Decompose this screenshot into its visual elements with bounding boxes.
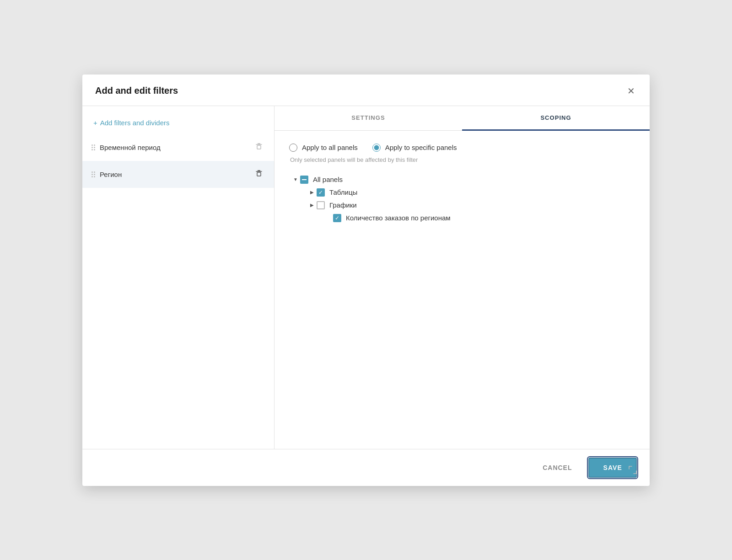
close-button[interactable]: ✕ [625, 85, 637, 97]
plus-icon: + [93, 119, 97, 127]
add-filters-button[interactable]: + Add filters and dividers [82, 115, 181, 134]
checkbox-tablitsy[interactable]: ✓ [317, 188, 325, 197]
svg-rect-5 [257, 172, 261, 176]
filter-item-1[interactable]: Временной период [82, 134, 274, 161]
radio-all-panels-input[interactable] [289, 144, 297, 152]
tree-row-tablitsy: ▶ ✓ Таблицы [307, 186, 635, 199]
dialog-header: Add and edit filters ✕ [82, 75, 650, 106]
tree-label-kolichestvo: Количество заказов по регионам [346, 214, 451, 222]
indeterminate-mark [302, 179, 307, 180]
tab-settings[interactable]: SETTINGS [274, 106, 462, 131]
cancel-button[interactable]: CANCEL [533, 459, 581, 476]
radio-all-panels[interactable]: Apply to all panels [289, 144, 358, 152]
filter-item-2[interactable]: Регион [82, 161, 274, 188]
delete-filter-1-button[interactable] [253, 140, 265, 155]
hint-text: Only selected panels will be affected by… [290, 156, 635, 163]
panel-tree: ▼ All panels ▶ ✓ Таблицы [291, 173, 635, 224]
add-filters-label: Add filters and dividers [100, 119, 170, 127]
tab-scoping[interactable]: SCOPING [462, 106, 650, 131]
check-mark-tablitsy: ✓ [318, 190, 323, 195]
chevron-right-icon-tablitsy[interactable]: ▶ [307, 190, 317, 195]
sidebar: + Add filters and dividers Временной пер… [82, 106, 274, 449]
dialog-footer: CANCEL SAVE [82, 449, 650, 486]
save-label: SAVE [603, 464, 622, 471]
drag-handle-2 [92, 171, 95, 177]
checkbox-all-panels[interactable] [300, 176, 308, 184]
check-mark-kolichestvo: ✓ [335, 215, 339, 221]
tree-row-grafiki: ▶ Графики [307, 199, 635, 212]
tabs: SETTINGS SCOPING [274, 106, 650, 131]
trash-icon-2 [255, 169, 263, 180]
dialog: Add and edit filters ✕ + Add filters and… [82, 75, 650, 486]
dialog-body: + Add filters and dividers Временной пер… [82, 106, 650, 449]
trash-icon-1 [255, 142, 263, 153]
tab-scoping-label: SCOPING [540, 114, 571, 121]
main-content: SETTINGS SCOPING Apply to all panels Ap [274, 106, 650, 449]
close-icon: ✕ [627, 86, 635, 96]
radio-specific-panels-label: Apply to specific panels [385, 144, 457, 151]
drag-handle-1 [92, 144, 95, 150]
tree-row-root: ▼ All panels [291, 173, 635, 186]
filter-label-2: Регион [100, 171, 253, 178]
chevron-right-icon-grafiki[interactable]: ▶ [307, 203, 317, 208]
tree-label-tablitsy: Таблицы [329, 188, 357, 196]
tree-label-grafiki: Графики [329, 201, 357, 209]
cancel-label: CANCEL [543, 464, 572, 471]
dialog-title: Add and edit filters [95, 85, 178, 96]
svg-rect-0 [257, 145, 261, 149]
filter-label-1: Временной период [100, 144, 253, 151]
checkbox-grafiki[interactable] [317, 201, 325, 209]
tree-row-kolichestvo: ✓ Количество заказов по регионам [324, 212, 635, 224]
scoping-content: Apply to all panels Apply to specific pa… [274, 131, 650, 449]
radio-specific-panels[interactable]: Apply to specific panels [372, 144, 457, 152]
tree-label-root: All panels [313, 176, 343, 183]
chevron-down-icon-root[interactable]: ▼ [291, 177, 300, 182]
radio-all-panels-label: Apply to all panels [302, 144, 358, 151]
tab-settings-label: SETTINGS [351, 114, 385, 121]
radio-specific-panels-input[interactable] [372, 144, 381, 152]
checkbox-kolichestvo[interactable]: ✓ [333, 214, 341, 222]
expand-icon[interactable] [629, 466, 637, 476]
radio-group: Apply to all panels Apply to specific pa… [289, 144, 635, 152]
delete-filter-2-button[interactable] [253, 167, 265, 181]
